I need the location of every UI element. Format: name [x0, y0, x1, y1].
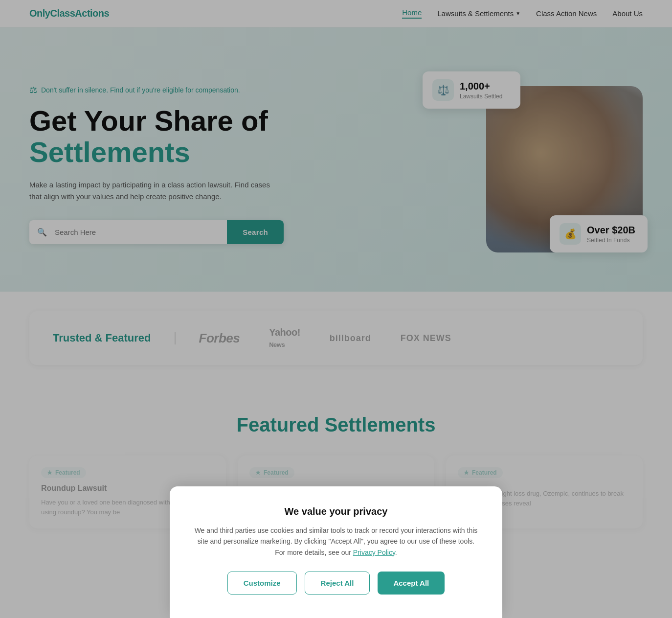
cookie-text: We and third parties use cookies and sim…: [193, 525, 479, 548]
cookie-banner: We value your privacy We and third parti…: [170, 486, 502, 548]
cookie-title: We value your privacy: [193, 506, 479, 517]
cookie-overlay: We value your privacy We and third parti…: [0, 0, 672, 548]
